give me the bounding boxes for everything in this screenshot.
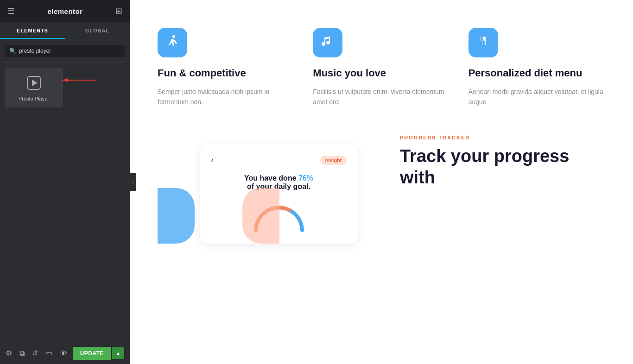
sidebar: ☰ elementor ⊞ ELEMENTS GLOBAL 🔍 Presto P… [0, 0, 130, 364]
update-button[interactable]: UPDATE [73, 347, 111, 360]
feature-icon-box-0 [158, 28, 187, 57]
play-icon [26, 75, 41, 93]
feature-item-2: Personalized diet menu Aenean morbi grav… [468, 28, 605, 107]
responsive-icon[interactable]: ▭ [45, 349, 52, 358]
hamburger-icon[interactable]: ☰ [7, 6, 15, 16]
fork-knife-icon [476, 34, 490, 51]
feature-item-0: Fun & competitive Semper justo malesuada… [158, 28, 294, 107]
insight-card-header: ‹ Insight [211, 155, 347, 165]
svg-marker-1 [32, 80, 38, 86]
tab-elements[interactable]: ELEMENTS [0, 22, 65, 39]
progress-label: PROGRESS TRACKER [400, 135, 605, 140]
search-icon: 🔍 [9, 48, 16, 54]
insight-text-prefix: You have done [244, 174, 298, 182]
history-icon[interactable]: ↺ [32, 349, 38, 358]
toolbar-right: UPDATE ▲ [73, 347, 124, 360]
back-arrow-icon[interactable]: ‹ [211, 155, 214, 165]
feature-title-2: Personalized diet menu [468, 67, 605, 80]
bottom-toolbar: ⚙ ⧉ ↺ ▭ 👁 UPDATE ▲ [0, 342, 130, 364]
feature-item-1: Music you love Facilisis ut vulputate en… [313, 28, 449, 107]
search-input-wrapper: 🔍 [5, 45, 125, 57]
tab-global[interactable]: GLOBAL [65, 22, 130, 39]
canvas-content: Fun & competitive Semper justo malesuada… [130, 0, 633, 364]
element-label-presto-player: Presto Player [19, 96, 49, 101]
element-item-presto-player[interactable]: Presto Player [5, 68, 63, 107]
insight-badge: Insight [320, 156, 346, 165]
layers-icon[interactable]: ⧉ [19, 349, 25, 358]
progress-title: Track your progress with [400, 146, 605, 188]
feature-title-0: Fun & competitive [158, 67, 294, 80]
main-canvas: Fun & competitive Semper justo malesuada… [130, 0, 633, 364]
chevron-left-icon: ‹ [132, 180, 133, 185]
blob-left [158, 188, 195, 244]
collapse-handle[interactable]: ‹ [130, 173, 136, 191]
search-box: 🔍 [0, 39, 130, 63]
insight-highlight: 76% [298, 174, 313, 182]
feature-desc-2: Aenean morbi gravida aliquet volutpat, e… [468, 87, 605, 107]
blob-right [242, 188, 279, 244]
progress-section: ‹ Insight You have done 76%of your daily… [130, 126, 633, 262]
feature-desc-1: Facilisis ut vulputate enim, viverra ele… [313, 87, 449, 107]
sidebar-header: ☰ elementor ⊞ [0, 0, 130, 22]
feature-icon-box-1 [313, 28, 342, 57]
running-icon [165, 34, 179, 51]
update-dropdown-button[interactable]: ▲ [112, 347, 124, 359]
sidebar-tabs: ELEMENTS GLOBAL [0, 22, 130, 39]
feature-desc-0: Semper justo malesuada nibh ipsum in fer… [158, 87, 294, 107]
feature-title-1: Music you love [313, 67, 449, 80]
elementor-logo: elementor [47, 7, 82, 15]
feature-icon-box-2 [468, 28, 498, 57]
progress-text-section: PROGRESS TRACKER Track your progress wit… [391, 135, 605, 188]
music-icon [321, 34, 335, 51]
settings-icon[interactable]: ⚙ [6, 349, 12, 358]
toolbar-left: ⚙ ⧉ ↺ ▭ 👁 [6, 349, 67, 358]
features-section: Fun & competitive Semper justo malesuada… [130, 0, 633, 126]
svg-point-4 [172, 35, 175, 38]
elements-grid: Presto Player [0, 63, 130, 112]
grid-icon[interactable]: ⊞ [115, 6, 122, 16]
search-input[interactable] [19, 48, 120, 54]
preview-icon[interactable]: 👁 [60, 349, 67, 358]
